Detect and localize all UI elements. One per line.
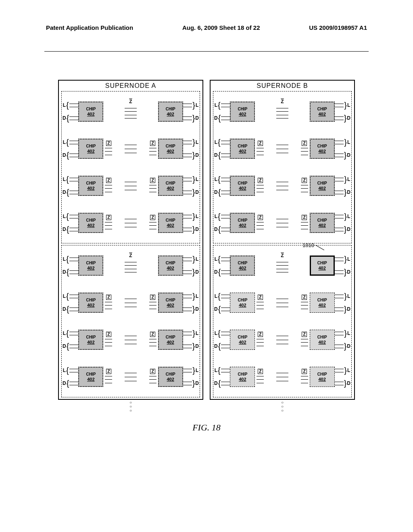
d-label: D xyxy=(347,306,350,312)
l-label: L xyxy=(347,368,350,373)
brace-icon xyxy=(67,227,69,232)
d-label: D xyxy=(195,380,199,386)
bus-lines xyxy=(221,212,230,221)
chip-area: CHIP402ZZCHIP402 xyxy=(78,367,183,387)
chip-ref: 402 xyxy=(167,266,174,270)
l-label: L xyxy=(196,293,198,299)
supernode-a-frame: SUPERNODE A L D CHIP xyxy=(58,80,203,400)
z-label: Z xyxy=(150,215,155,220)
diagram: SUPERNODE A L D CHIP xyxy=(44,80,369,415)
chip-label: CHIP xyxy=(317,261,327,265)
brace-icon xyxy=(192,214,195,219)
brace-icon xyxy=(67,190,69,195)
chip-row: LD CHIP402ZCHIP402 LD xyxy=(214,93,350,130)
z-side: Z xyxy=(300,215,309,231)
bus-lines xyxy=(335,113,344,123)
z-side: Z xyxy=(256,178,265,194)
bus-lines xyxy=(221,224,230,234)
chip-area: CHIP402ZZCHIP402 xyxy=(230,367,334,387)
d-label: D xyxy=(195,269,199,275)
brace-icon xyxy=(218,140,221,145)
bus-lines xyxy=(257,146,264,157)
chip-block: CHIP 402 xyxy=(158,102,183,122)
chip-label: CHIP xyxy=(86,144,96,148)
chip-block: CHIP402 xyxy=(158,213,183,233)
z-label: Z xyxy=(258,178,263,183)
chip-ref: 402 xyxy=(167,340,174,345)
page: Patent Application Publication Aug. 6, 2… xyxy=(0,0,413,532)
supernode-a: SUPERNODE A L D CHIP xyxy=(58,80,203,415)
left-bus-stack: L D xyxy=(63,137,78,160)
z-side: Z xyxy=(256,369,265,385)
chip-area: CHIP 402 Z CHIP 402 xyxy=(78,100,183,123)
bus-lines xyxy=(335,267,344,277)
bus-lines xyxy=(183,224,192,234)
d-label: D xyxy=(63,115,66,121)
chip-cell: CHIP402 xyxy=(230,256,255,276)
left-bus-stack: LD xyxy=(214,291,230,314)
z-side: Z xyxy=(148,141,157,157)
chip-row: LD CHIP402ZZCHIP402 LD xyxy=(214,321,350,358)
left-bus-stack: LD xyxy=(214,175,230,197)
bus-lines xyxy=(221,175,230,184)
left-bus-stack: LD xyxy=(63,366,78,388)
brace-icon xyxy=(344,307,347,312)
chip-cell: ZCHIP402 xyxy=(300,213,335,233)
chip-area: CHIP402ZZCHIP402 xyxy=(78,293,183,313)
chip-cell: Z CHIP402 xyxy=(148,139,183,159)
chip-ref: 402 xyxy=(239,223,246,228)
bus-lines xyxy=(105,220,112,231)
brace-icon xyxy=(192,140,195,145)
bus-lines xyxy=(335,150,344,160)
continuation-dots: ○○○ xyxy=(58,400,203,415)
z-label: Z xyxy=(258,141,263,146)
bus-lines xyxy=(69,254,78,264)
l-label: L xyxy=(63,330,66,336)
z-side: Z xyxy=(300,332,309,348)
d-label: D xyxy=(347,269,350,275)
bus-lines xyxy=(335,224,344,234)
d-label: D xyxy=(195,306,199,312)
l-label: L xyxy=(63,102,66,108)
chip-cell: CHIP402Z xyxy=(230,330,265,350)
chip-row: L D CHIP 402 Z xyxy=(63,93,199,130)
z-side: Z xyxy=(104,141,113,157)
bus-lines xyxy=(335,304,344,314)
brace-icon xyxy=(67,116,69,121)
header-right: US 2009/0198957 A1 xyxy=(309,24,367,31)
chip-block: CHIP402 xyxy=(310,139,335,159)
z-side: Z xyxy=(256,295,265,311)
brace-icon xyxy=(67,381,69,386)
d-label: D xyxy=(214,152,218,158)
chip-block: CHIP402 xyxy=(78,330,103,350)
d-label: D xyxy=(347,152,350,158)
bus-lines xyxy=(183,291,192,301)
brace-icon xyxy=(66,214,69,219)
bus-lines xyxy=(221,100,230,110)
brace-icon xyxy=(218,381,221,386)
chip-cell: CHIP402Z xyxy=(230,139,265,159)
chip-cell: CHIP402Z xyxy=(230,293,265,313)
inter-bus xyxy=(125,139,137,159)
supernode-b-title: SUPERNODE B xyxy=(211,81,354,90)
brace-icon xyxy=(192,294,195,299)
brace-icon xyxy=(66,368,69,373)
z-label: Z xyxy=(129,254,132,258)
chip-label: CHIP xyxy=(238,261,247,265)
chip-row: LD CHIP402ZZCHIP402 LD xyxy=(63,284,199,321)
d-label: D xyxy=(214,189,218,195)
chip-ref: 402 xyxy=(239,186,246,191)
d-label: D xyxy=(214,380,218,386)
brace-icon xyxy=(344,153,347,158)
bus-lines xyxy=(221,187,230,197)
bus-lines xyxy=(335,341,344,351)
z-center: Z xyxy=(125,100,137,123)
l-label: L xyxy=(215,293,217,299)
chip-label: CHIP xyxy=(86,261,96,265)
chip-label: CHIP xyxy=(86,335,96,339)
l-label: L xyxy=(347,102,350,108)
brace-icon xyxy=(218,294,221,299)
brace-icon xyxy=(218,190,221,195)
left-bus-stack: LD xyxy=(214,254,230,277)
right-bus-stack: LD xyxy=(335,175,350,197)
